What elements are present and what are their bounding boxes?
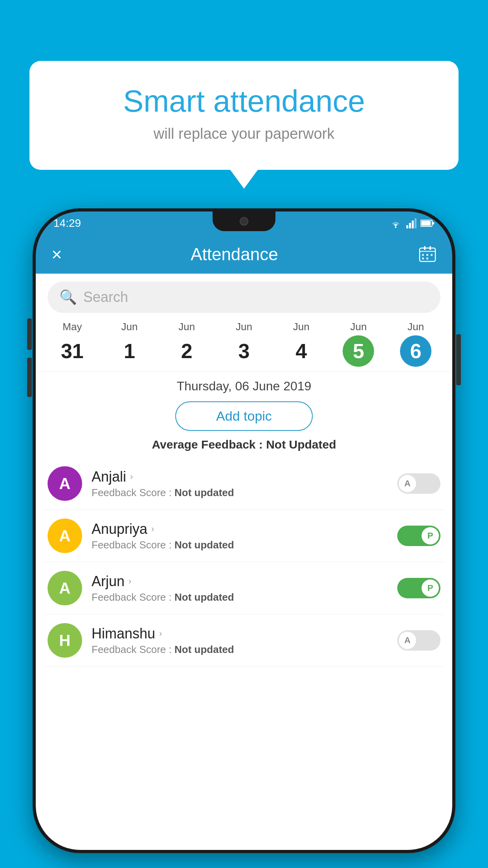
attendance-toggle[interactable]: P xyxy=(397,578,440,598)
power-button xyxy=(456,334,461,385)
svg-rect-11 xyxy=(429,246,431,250)
calendar-strip: May31Jun1Jun2Jun3Jun4Jun5Jun6 xyxy=(36,317,452,372)
attendance-toggle[interactable]: A xyxy=(397,630,440,651)
student-row[interactable]: AArjun ›Feedback Score : Not updatedP xyxy=(44,562,444,614)
svg-rect-2 xyxy=(409,223,411,228)
student-info: Arjun ›Feedback Score : Not updated xyxy=(92,573,397,603)
search-icon: 🔍 xyxy=(59,289,77,305)
feedback-score: Feedback Score : Not updated xyxy=(92,487,397,499)
svg-rect-14 xyxy=(431,254,433,256)
add-topic-button[interactable]: Add topic xyxy=(175,401,313,431)
attendance-toggle[interactable]: A xyxy=(397,473,440,494)
student-list: AAnjali ›Feedback Score : Not updatedAAA… xyxy=(36,458,452,667)
speech-bubble: Smart attendance will replace your paper… xyxy=(29,61,459,170)
calendar-day[interactable]: May31 xyxy=(44,321,101,371)
calendar-icon[interactable] xyxy=(418,245,437,263)
app-bar: × Attendance xyxy=(36,235,452,274)
speech-bubble-container: Smart attendance will replace your paper… xyxy=(29,61,459,170)
calendar-day[interactable]: Jun3 xyxy=(215,321,273,371)
svg-rect-9 xyxy=(420,251,435,252)
avatar: H xyxy=(48,623,82,658)
svg-rect-13 xyxy=(426,254,428,256)
feedback-score: Feedback Score : Not updated xyxy=(92,644,397,656)
student-info: Anjali ›Feedback Score : Not updated xyxy=(92,469,397,499)
svg-rect-7 xyxy=(432,222,434,224)
student-row[interactable]: HHimanshu ›Feedback Score : Not updatedA xyxy=(44,614,444,667)
student-name: Anupriya › xyxy=(92,521,397,537)
volume-up-button xyxy=(27,318,32,350)
phone-inner: 14:29 xyxy=(36,211,452,850)
avatar: A xyxy=(48,519,82,553)
calendar-day[interactable]: Jun1 xyxy=(101,321,158,371)
student-name: Himanshu › xyxy=(92,625,397,642)
svg-rect-12 xyxy=(422,254,424,256)
wifi-icon xyxy=(389,218,402,228)
svg-rect-16 xyxy=(426,257,428,259)
content-area: 🔍 Search May31Jun1Jun2Jun3Jun4Jun5Jun6 T… xyxy=(36,274,452,850)
student-info: Anupriya ›Feedback Score : Not updated xyxy=(92,521,397,551)
bubble-title: Smart attendance xyxy=(61,85,427,118)
svg-rect-10 xyxy=(424,246,426,250)
student-info: Himanshu ›Feedback Score : Not updated xyxy=(92,625,397,656)
chevron-icon: › xyxy=(128,576,131,587)
avatar: A xyxy=(48,466,82,501)
bubble-subtitle: will replace your paperwork xyxy=(61,125,427,142)
feedback-score: Feedback Score : Not updated xyxy=(92,591,397,603)
student-name: Anjali › xyxy=(92,469,397,485)
avg-feedback: Average Feedback : Not Updated xyxy=(36,435,452,458)
status-icons xyxy=(389,218,435,228)
search-bar[interactable]: 🔍 Search xyxy=(48,281,440,313)
phone-notch xyxy=(213,211,275,231)
app-title: Attendance xyxy=(74,245,395,264)
volume-down-button xyxy=(27,358,32,397)
svg-rect-15 xyxy=(422,257,424,259)
calendar-day[interactable]: Jun2 xyxy=(158,321,215,371)
selected-date: Thursday, 06 June 2019 xyxy=(36,372,452,397)
calendar-day[interactable]: Jun6 xyxy=(387,321,444,371)
close-button[interactable]: × xyxy=(51,244,62,265)
search-placeholder: Search xyxy=(83,289,128,305)
student-name: Arjun › xyxy=(92,573,397,590)
chevron-icon: › xyxy=(130,472,133,482)
svg-rect-6 xyxy=(421,221,431,226)
calendar-day[interactable]: Jun5 xyxy=(330,321,387,371)
signal-icon xyxy=(406,218,416,228)
status-time: 14:29 xyxy=(53,217,81,230)
feedback-score: Feedback Score : Not updated xyxy=(92,539,397,551)
phone-frame: 14:29 xyxy=(33,208,455,853)
avg-feedback-label: Average Feedback : xyxy=(152,438,266,451)
battery-icon xyxy=(420,219,435,227)
student-row[interactable]: AAnupriya ›Feedback Score : Not updatedP xyxy=(44,510,444,562)
student-row[interactable]: AAnjali ›Feedback Score : Not updatedA xyxy=(44,458,444,510)
camera xyxy=(240,217,248,226)
avg-feedback-value: Not Updated xyxy=(266,438,336,451)
svg-rect-4 xyxy=(415,218,416,228)
avatar: A xyxy=(48,571,82,605)
chevron-icon: › xyxy=(159,629,162,639)
svg-rect-3 xyxy=(412,221,414,228)
chevron-icon: › xyxy=(151,524,154,534)
svg-rect-1 xyxy=(406,225,408,228)
attendance-toggle[interactable]: P xyxy=(397,526,440,546)
svg-point-0 xyxy=(395,226,396,228)
calendar-day[interactable]: Jun4 xyxy=(273,321,330,371)
